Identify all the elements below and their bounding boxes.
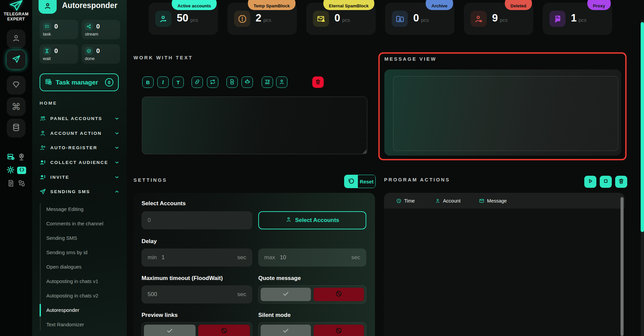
mention-user-button[interactable] (276, 76, 287, 88)
sidebar-item-account-action[interactable]: ACCOUNT ACTION (40, 126, 119, 141)
swap-squares-icon (18, 179, 25, 188)
paper-plane-icon (12, 55, 21, 65)
clear-text-button[interactable] (312, 76, 324, 88)
person-icon (279, 79, 285, 86)
counter-stream: 0 stream (82, 20, 120, 39)
submenu-sending-sms-by-id[interactable]: Sending sms by id (46, 245, 120, 260)
mail-icon (479, 198, 484, 204)
person-icon (435, 198, 440, 204)
preview-enable-option[interactable] (144, 325, 196, 336)
server-check-icon (7, 153, 15, 162)
folder-person-icon (392, 11, 408, 27)
rail-sender-button[interactable] (7, 50, 25, 69)
silent-mode-toggle (258, 322, 366, 336)
chevron-down-icon (114, 175, 119, 180)
diamond-icon (12, 80, 20, 90)
timeout-input[interactable] (148, 291, 237, 298)
play-icon (587, 178, 593, 185)
silent-enable-option[interactable] (261, 325, 311, 336)
settings-gear-button[interactable] (6, 166, 14, 174)
rail-commands-button[interactable]: ⌘ (7, 97, 25, 116)
sidebar-item-collect-audience[interactable]: COLLECT AUDIENCE (40, 155, 119, 170)
person-icon (44, 2, 52, 11)
rail-premium-button[interactable] (7, 76, 25, 95)
sidebar-item-auto-register[interactable]: AUTO-REGISTER (40, 140, 119, 155)
template-button[interactable] (262, 76, 273, 88)
delete-actions-button[interactable] (615, 176, 627, 188)
proxy-server-icon (549, 11, 566, 27)
program-actions-table: Time Account Message (384, 193, 625, 336)
message-view-preview (393, 76, 618, 151)
rail-profile-button[interactable] (7, 30, 25, 48)
sidebar-item-home[interactable]: HOME (40, 101, 57, 106)
accounts-count-field (142, 211, 252, 229)
mail-warning-icon (313, 11, 329, 27)
reset-button[interactable]: Reset (344, 175, 376, 188)
timeout-label: Maximum timeout (FloodWait) (142, 275, 223, 282)
stop-button[interactable] (600, 176, 612, 188)
status-badge: Archive (426, 0, 453, 10)
text-format-button[interactable]: T (172, 76, 184, 88)
paper-plane-icon (40, 188, 46, 195)
page-title: Autoresponder (62, 1, 117, 10)
submenu-sending-sms[interactable]: Sending SMS (46, 231, 120, 245)
webcam-button[interactable] (17, 154, 25, 162)
preview-disable-option[interactable] (198, 325, 250, 336)
report-doc-button[interactable] (7, 180, 15, 188)
task-manager-button[interactable]: Task manager 0 (40, 73, 119, 91)
table-scrollbar[interactable] (621, 197, 624, 336)
silent-mode-label: Silent mode (258, 312, 290, 319)
silent-disable-option[interactable] (314, 325, 364, 336)
quote-enable-option[interactable] (261, 288, 311, 301)
rail-database-button[interactable] (7, 119, 25, 137)
bot-button[interactable] (241, 76, 253, 88)
delay-label: Delay (142, 238, 157, 245)
trash-icon (618, 178, 624, 185)
submenu-text-randomizer[interactable]: Text Randomizer (46, 317, 120, 332)
icon-rail: TELEGRAM EXPERT ⌘ (0, 0, 32, 336)
message-view-panel: MESSAGE VIEW (378, 52, 627, 160)
run-button[interactable] (584, 176, 596, 188)
repeat-button[interactable] (207, 76, 218, 88)
code-window-button[interactable] (17, 167, 26, 174)
brand-name: TELEGRAM EXPERT (0, 12, 32, 22)
settings-panel: Select Accounts Select Accounts Delay mi… (133, 193, 375, 336)
link-button[interactable] (192, 76, 203, 88)
settings-title: SETTINGS (133, 177, 167, 183)
select-accounts-button[interactable]: Select Accounts (258, 211, 366, 229)
task-list-icon (43, 22, 51, 31)
italic-button[interactable]: I (157, 76, 169, 88)
chevron-down-icon (114, 160, 119, 165)
delay-min-input[interactable] (161, 254, 237, 261)
person-icon (40, 130, 46, 136)
people-icon (40, 115, 46, 122)
link-icon (194, 79, 200, 86)
column-time: Time (396, 198, 415, 204)
delay-max-input[interactable] (280, 254, 351, 261)
status-badge: Eternal SpamBlock (323, 0, 375, 10)
submenu-autoposting-v2[interactable]: Autoposting in chats v2 (46, 288, 120, 303)
message-text-input[interactable] (142, 97, 367, 154)
counter-wait: 0 wait (40, 44, 78, 64)
submenu-message-editing[interactable]: Message Editing (46, 202, 120, 216)
sidebar-item-panel-accounts[interactable]: PANEL ACCOUNTS (40, 111, 119, 126)
chevron-down-icon (114, 116, 119, 121)
sidebar-item-sending-sms[interactable]: SENDING SMS (40, 184, 119, 199)
sidebar-item-invite[interactable]: INVITE (40, 170, 119, 184)
trash-icon (315, 79, 321, 86)
page-scrollbar-thumb[interactable] (641, 22, 644, 232)
file-insert-button[interactable] (226, 76, 238, 88)
stop-icon (603, 178, 609, 185)
submenu-comments-channel[interactable]: Comments in the channel (46, 216, 120, 231)
submenu-autoposting-v1[interactable]: Autoposting in chats v1 (46, 274, 120, 288)
quote-disable-option[interactable] (314, 288, 364, 301)
server-status-button[interactable] (7, 154, 15, 162)
bold-button[interactable]: B (142, 76, 154, 88)
hourglass-icon (43, 47, 51, 55)
status-badge: Deleted (505, 0, 532, 10)
preview-links-label: Preview links (142, 312, 178, 319)
submenu-autoresponder[interactable]: Autoresponder (46, 303, 120, 317)
accounts-count-input[interactable] (148, 217, 246, 224)
submenu-open-dialogues[interactable]: Open dialogues (46, 260, 120, 274)
swap-button[interactable] (17, 180, 25, 188)
